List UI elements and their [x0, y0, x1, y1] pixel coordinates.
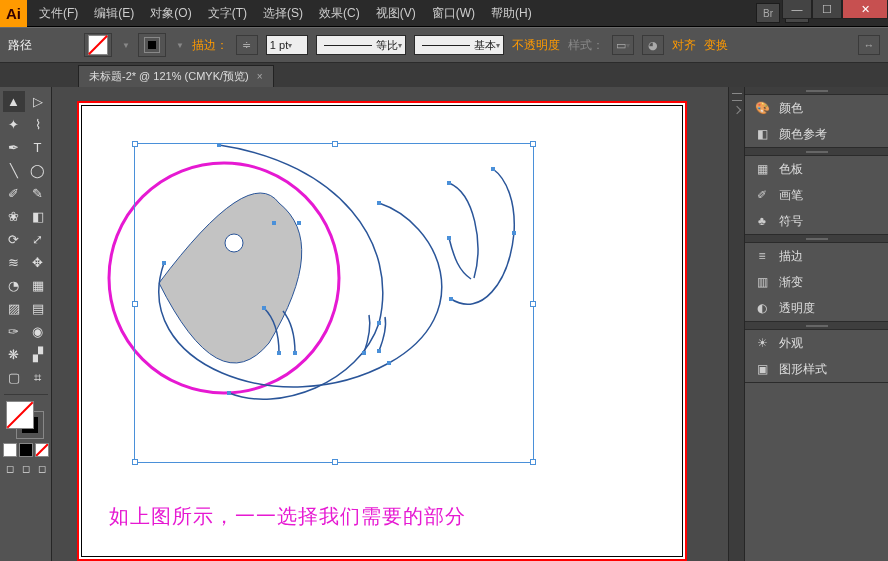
symbol-sprayer-tool[interactable]: ❋ [3, 344, 25, 365]
panel-gripper[interactable] [745, 87, 888, 95]
handle-w[interactable] [132, 301, 138, 307]
stroke-dropdown-icon[interactable]: ▼ [176, 41, 184, 50]
color-mode-icon[interactable] [3, 443, 17, 457]
pencil-tool[interactable]: ✎ [27, 183, 49, 204]
menu-help[interactable]: 帮助(H) [485, 3, 538, 24]
mesh-tool[interactable]: ▨ [3, 298, 25, 319]
handle-s[interactable] [332, 459, 338, 465]
handle-sw[interactable] [132, 459, 138, 465]
menu-type[interactable]: 文字(T) [202, 3, 253, 24]
panel-label: 描边 [779, 248, 803, 265]
canvas[interactable]: 如上图所示，一一选择我们需要的部分 [52, 87, 744, 561]
transform-label[interactable]: 变换 [704, 37, 728, 54]
slice-tool[interactable]: ⌗ [27, 367, 49, 388]
draw-inside-icon[interactable]: ◻ [35, 461, 49, 475]
shape-builder-tool[interactable]: ◔ [3, 275, 25, 296]
eraser-tool[interactable]: ◧ [27, 206, 49, 227]
direct-selection-tool[interactable]: ▷ [27, 91, 49, 112]
palette-icon: 🎨 [753, 100, 771, 116]
stroke-icon: ≡ [753, 248, 771, 264]
handle-n[interactable] [332, 141, 338, 147]
dock-collapse-bar[interactable] [728, 87, 744, 561]
perspective-tool[interactable]: ▦ [27, 275, 49, 296]
draw-behind-icon[interactable]: ◻ [19, 461, 33, 475]
fill-swatch[interactable] [84, 33, 112, 57]
symbols-icon: ♣ [753, 213, 771, 229]
lasso-tool[interactable]: ⌇ [27, 114, 49, 135]
handle-nw[interactable] [132, 141, 138, 147]
type-tool[interactable]: T [27, 137, 49, 158]
free-transform-tool[interactable]: ✥ [27, 252, 49, 273]
minimize-button[interactable]: — [782, 0, 812, 19]
panel-swatches[interactable]: ▦色板 [745, 156, 888, 182]
pen-tool[interactable]: ✒ [3, 137, 25, 158]
document-tab[interactable]: 未标题-2* @ 121% (CMYK/预览) × [78, 65, 274, 87]
opacity-label[interactable]: 不透明度 [512, 37, 560, 54]
panel-symbols[interactable]: ♣符号 [745, 208, 888, 234]
gradient-tool[interactable]: ▤ [27, 298, 49, 319]
handle-e[interactable] [530, 301, 536, 307]
align-label[interactable]: 对齐 [672, 37, 696, 54]
artboard-tool[interactable]: ▢ [3, 367, 25, 388]
panel-gripper[interactable] [745, 322, 888, 330]
stroke-swatch[interactable] [138, 33, 166, 57]
panel-gripper[interactable] [745, 235, 888, 243]
blob-brush-tool[interactable]: ❀ [3, 206, 25, 227]
panel-gripper[interactable] [745, 148, 888, 156]
recolor-icon[interactable]: ◕ [642, 35, 664, 55]
handle-se[interactable] [530, 459, 536, 465]
panel-label: 画笔 [779, 187, 803, 204]
panel-transparency[interactable]: ◐透明度 [745, 295, 888, 321]
fill-color-icon[interactable] [6, 401, 34, 429]
blend-tool[interactable]: ◉ [27, 321, 49, 342]
gradient-mode-icon[interactable] [19, 443, 33, 457]
maximize-button[interactable]: ☐ [812, 0, 842, 19]
selection-box[interactable] [134, 143, 534, 463]
menu-effect[interactable]: 效果(C) [313, 3, 366, 24]
width-tool[interactable]: ≋ [3, 252, 25, 273]
graph-tool[interactable]: ▞ [27, 344, 49, 365]
line-tool[interactable]: ╲ [3, 160, 25, 181]
shape-tool[interactable]: ◯ [27, 160, 49, 181]
menu-edit[interactable]: 编辑(E) [88, 3, 140, 24]
close-button[interactable]: ✕ [842, 0, 888, 19]
panel-label: 图形样式 [779, 361, 827, 378]
profile-label: 等比 [376, 38, 398, 53]
profile-select[interactable]: 等比▾ [316, 35, 406, 55]
panel-gradient[interactable]: ▥渐变 [745, 269, 888, 295]
menu-file[interactable]: 文件(F) [33, 3, 84, 24]
panel-brushes[interactable]: ✐画笔 [745, 182, 888, 208]
menu-window[interactable]: 窗口(W) [426, 3, 481, 24]
paintbrush-tool[interactable]: ✐ [3, 183, 25, 204]
ctrlbar-more-icon[interactable]: ↔ [858, 35, 880, 55]
selection-tool[interactable]: ▲ [3, 91, 25, 112]
draw-normal-icon[interactable]: ◻ [3, 461, 17, 475]
swatches-icon: ▦ [753, 161, 771, 177]
eyedropper-tool[interactable]: ✑ [3, 321, 25, 342]
style-select[interactable]: ▭▾ [612, 35, 634, 55]
rotate-tool[interactable]: ⟳ [3, 229, 25, 250]
brush-label: 基本 [474, 38, 496, 53]
menu-object[interactable]: 对象(O) [144, 3, 197, 24]
fill-stroke-control[interactable] [4, 399, 48, 439]
stroke-weight-input[interactable]: 1 pt▾ [266, 35, 308, 55]
stroke-weight-stepper[interactable]: ≑ [236, 35, 258, 55]
menu-view[interactable]: 视图(V) [370, 3, 422, 24]
panel-stroke[interactable]: ≡描边 [745, 243, 888, 269]
panel-appearance[interactable]: ☀外观 [745, 330, 888, 356]
tab-close-icon[interactable]: × [257, 71, 263, 82]
panel-graphic-styles[interactable]: ▣图形样式 [745, 356, 888, 382]
document-tabs: 未标题-2* @ 121% (CMYK/预览) × [0, 63, 888, 87]
bridge-icon[interactable]: Br [756, 3, 780, 23]
magic-wand-tool[interactable]: ✦ [3, 114, 25, 135]
none-mode-icon[interactable] [35, 443, 49, 457]
panel-color-guide[interactable]: ◧颜色参考 [745, 121, 888, 147]
stroke-label[interactable]: 描边： [192, 37, 228, 54]
fill-dropdown-icon[interactable]: ▼ [122, 41, 130, 50]
brushes-icon: ✐ [753, 187, 771, 203]
handle-ne[interactable] [530, 141, 536, 147]
scale-tool[interactable]: ⤢ [27, 229, 49, 250]
panel-color[interactable]: 🎨颜色 [745, 95, 888, 121]
menu-select[interactable]: 选择(S) [257, 3, 309, 24]
brush-select[interactable]: 基本▾ [414, 35, 504, 55]
